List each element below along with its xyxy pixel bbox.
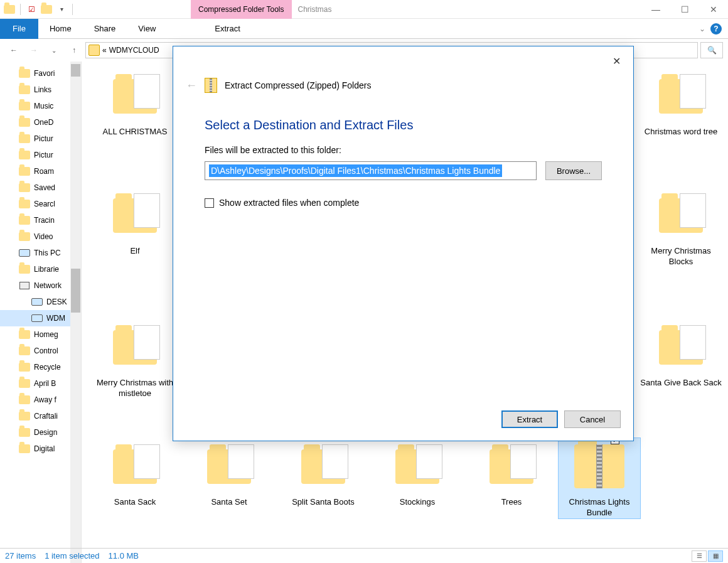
sidebar-item[interactable]: Video xyxy=(0,228,81,245)
folder-icon xyxy=(19,215,30,226)
properties-icon[interactable]: ☑ xyxy=(24,3,38,16)
sidebar-item-label: Design xyxy=(34,428,57,437)
folder-item[interactable]: Christmas word tree xyxy=(640,68,722,137)
tab-home[interactable]: Home xyxy=(38,19,83,39)
dialog-heading: Select a Destination and Extract Files xyxy=(205,118,633,132)
destination-path-value: D\Ashley\Designs\Proofs\Digital Files1\C… xyxy=(209,164,502,177)
file-tab[interactable]: File xyxy=(0,19,38,39)
sidebar-item[interactable]: Pictur xyxy=(0,131,81,147)
new-folder-icon[interactable] xyxy=(40,3,53,16)
folder-icon xyxy=(19,100,30,112)
sidebar-item[interactable]: This PC xyxy=(0,245,81,261)
folder-item[interactable]: Santa Give Back Sack xyxy=(640,319,722,389)
sidebar-item[interactable]: Homeg xyxy=(0,326,81,343)
sidebar-item[interactable]: Favori xyxy=(0,65,81,82)
sidebar-item-label: Pictur xyxy=(34,151,53,159)
folder-item[interactable]: Elf xyxy=(94,187,176,257)
folder-label: Santa Set xyxy=(211,497,247,508)
sidebar-item[interactable]: Control xyxy=(0,343,81,359)
icons-view-button[interactable]: ▦ xyxy=(708,550,723,562)
show-files-label: Show extracted files when complete xyxy=(219,198,359,208)
folder-item[interactable]: Merry Christmas with mistletoe xyxy=(94,319,176,399)
scroll-thumb[interactable] xyxy=(71,269,80,313)
extract-button[interactable]: Extract xyxy=(501,410,558,428)
search-input[interactable]: 🔍 xyxy=(700,42,723,58)
folder-item[interactable]: Split Santa Boots xyxy=(282,438,364,508)
sidebar-item[interactable]: DESK xyxy=(0,294,81,310)
folder-icon xyxy=(19,362,30,373)
folder-item[interactable]: Santa Set xyxy=(188,438,270,508)
sidebar-item-label: Saved xyxy=(34,183,55,192)
folder-label: Merry Christmas with mistletoe xyxy=(94,378,176,399)
sidebar-item[interactable]: Network xyxy=(0,277,81,294)
folder-icon xyxy=(650,187,712,244)
folder-item[interactable]: ALL CHRISTMAS xyxy=(94,68,176,137)
sidebar-item[interactable]: WDM xyxy=(0,310,81,326)
qat-dropdown-icon[interactable]: ▾ xyxy=(55,3,68,16)
up-button[interactable]: ↑ xyxy=(65,41,83,59)
scroll-up-icon[interactable] xyxy=(71,64,80,77)
sidebar-item-label: Links xyxy=(34,85,51,94)
folder-icon xyxy=(19,149,30,161)
help-icon[interactable]: ? xyxy=(710,23,722,35)
folder-icon xyxy=(19,68,30,79)
sidebar-item-label: This PC xyxy=(34,249,61,257)
status-selection: 1 item selected xyxy=(45,551,99,560)
sidebar-item[interactable]: Recycle xyxy=(0,359,81,375)
cancel-button[interactable]: Cancel xyxy=(564,410,621,428)
sidebar-item[interactable]: Searcl xyxy=(0,196,81,212)
ribbon-expand-icon[interactable]: ⌄ xyxy=(699,24,705,33)
show-files-checkbox[interactable] xyxy=(205,198,214,208)
address-prefix: « xyxy=(102,46,107,55)
tab-view[interactable]: View xyxy=(127,19,167,39)
sidebar-item[interactable]: Links xyxy=(0,82,81,98)
folder-icon xyxy=(650,68,712,124)
folder-icon xyxy=(104,187,166,244)
contextual-tab-compressed[interactable]: Compressed Folder Tools xyxy=(191,0,292,19)
zip-icon: ✓ xyxy=(568,438,631,495)
sidebar-item[interactable]: Digital xyxy=(0,441,81,457)
folder-icon xyxy=(19,84,30,95)
sidebar-item-label: Away f xyxy=(34,395,56,404)
minimize-button[interactable]: — xyxy=(641,0,670,19)
sidebar-item[interactable]: Tracin xyxy=(0,212,81,228)
folder-item[interactable]: Stockings xyxy=(377,438,458,508)
sidebar-item[interactable]: Design xyxy=(0,424,81,441)
pc-icon xyxy=(31,313,43,324)
folder-icon xyxy=(292,438,355,495)
sidebar-item-label: Tracin xyxy=(34,216,55,225)
folder-item[interactable]: Merry Christmas Blocks xyxy=(640,187,722,267)
close-button[interactable]: ✕ xyxy=(699,0,728,19)
dialog-back-icon[interactable]: ← xyxy=(186,79,197,92)
sidebar-item[interactable]: Librarie xyxy=(0,261,81,277)
sidebar-item[interactable]: Craftali xyxy=(0,408,81,424)
zip-folder-item[interactable]: ✓Christmas Lights Bundle xyxy=(559,438,640,518)
folder-item[interactable]: Santa Sack xyxy=(94,438,176,508)
sidebar-scrollbar[interactable] xyxy=(70,62,81,563)
zip-icon xyxy=(205,78,217,93)
folder-item[interactable]: Trees xyxy=(471,438,552,508)
tab-share[interactable]: Share xyxy=(83,19,127,39)
sidebar-item[interactable]: Roam xyxy=(0,163,81,180)
extract-dialog: ✕ ← Extract Compressed (Zipped) Folders … xyxy=(173,46,634,441)
forward-button[interactable]: → xyxy=(25,41,43,59)
folder-icon xyxy=(88,45,100,56)
sidebar-item[interactable]: Away f xyxy=(0,392,81,408)
sidebar-item[interactable]: April B xyxy=(0,375,81,392)
back-button[interactable]: ← xyxy=(5,41,23,59)
destination-path-input[interactable]: D\Ashley\Designs\Proofs\Digital Files1\C… xyxy=(205,161,537,180)
maximize-button[interactable]: ☐ xyxy=(670,0,699,19)
sidebar-item[interactable]: Pictur xyxy=(0,147,81,163)
sidebar-item[interactable]: Saved xyxy=(0,180,81,196)
dialog-close-button[interactable]: ✕ xyxy=(607,51,626,70)
tab-extract[interactable]: Extract xyxy=(203,19,251,39)
sidebar-item[interactable]: Music xyxy=(0,98,81,114)
browse-button[interactable]: Browse... xyxy=(545,161,602,180)
folder-label: Trees xyxy=(501,497,522,508)
details-view-button[interactable]: ☰ xyxy=(692,550,707,562)
sidebar-item[interactable]: OneD xyxy=(0,114,81,131)
sidebar-item-label: Digital xyxy=(34,444,55,453)
recent-dropdown-icon[interactable]: ⌄ xyxy=(45,41,63,59)
folder-icon[interactable] xyxy=(3,3,16,16)
folder-label: Christmas Lights Bundle xyxy=(559,497,640,518)
